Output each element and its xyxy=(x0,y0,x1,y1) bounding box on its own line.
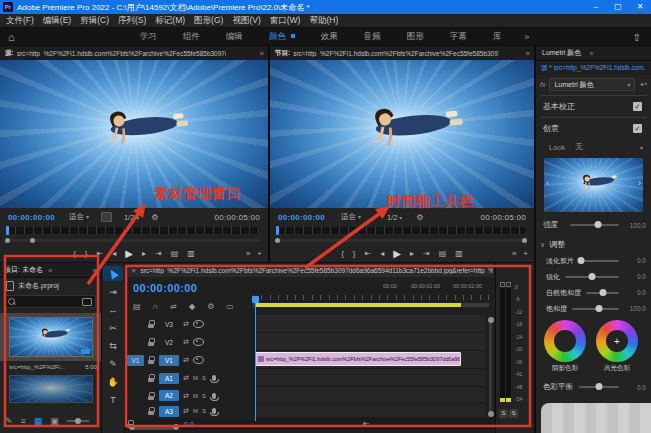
lumetri-panel-tab[interactable]: Lumetri 颜色 xyxy=(542,48,581,58)
drag-video-icon[interactable] xyxy=(101,212,112,222)
nest-sequence-icon[interactable]: ▤ xyxy=(133,302,141,311)
more-buttons-icon[interactable]: » xyxy=(246,249,250,259)
menu-item[interactable]: 序列(S) xyxy=(118,15,146,27)
edit-pen-icon[interactable]: ✎ xyxy=(5,416,13,426)
work-area-bar[interactable] xyxy=(255,303,461,307)
program-scrub-bar[interactable] xyxy=(276,227,526,234)
panel-menu-icon[interactable]: » xyxy=(526,49,530,58)
source-zoom-scrollbar[interactable] xyxy=(6,239,260,242)
project-panel-tab[interactable]: 项目: 未命名 xyxy=(4,265,43,275)
track-target-a3[interactable]: A3 xyxy=(159,406,179,417)
toggle-track-output-icon[interactable] xyxy=(193,356,204,364)
step-forward-icon[interactable]: ▸ xyxy=(142,249,146,259)
fit-dropdown[interactable]: 适合▾ xyxy=(69,212,89,222)
adjust-section[interactable]: ∨ 调整 xyxy=(536,238,651,251)
menu-item[interactable]: 窗口(W) xyxy=(270,15,301,27)
workspace-tab[interactable]: 字幕 xyxy=(450,31,467,43)
track-target-a1[interactable]: A1 xyxy=(159,373,179,384)
fit-dropdown[interactable]: 适合▾ xyxy=(341,212,361,222)
go-to-in-icon[interactable]: ⇤ xyxy=(97,249,104,259)
sync-lock-icon[interactable]: ⇄ xyxy=(183,392,189,400)
play-icon[interactable]: ▶ xyxy=(393,249,401,259)
track-target-v2[interactable]: V2 xyxy=(159,337,179,348)
source-video-viewport[interactable] xyxy=(0,60,268,208)
voiceover-mic-icon[interactable] xyxy=(212,408,216,414)
tint-balance-slider[interactable] xyxy=(579,386,619,388)
workspace-tab[interactable]: 颜色 xyxy=(269,31,295,43)
clip-thumbnail[interactable] xyxy=(9,317,93,357)
sync-lock-icon[interactable]: ⇄ xyxy=(183,374,189,382)
source-scrub-bar[interactable] xyxy=(6,227,260,234)
intensity-slider[interactable] xyxy=(570,224,619,226)
hand-tool[interactable]: ✋ xyxy=(103,374,123,389)
program-playhead[interactable] xyxy=(276,226,279,235)
timeline-vscrollbar[interactable] xyxy=(489,317,492,417)
workspace-tab[interactable]: 图形 xyxy=(407,31,424,43)
lock-icon[interactable] xyxy=(148,356,155,364)
program-zoom-scrollbar[interactable] xyxy=(276,239,526,242)
folder-icon[interactable] xyxy=(82,298,92,306)
insert-icon[interactable]: ▤ xyxy=(171,249,179,259)
step-back-icon[interactable]: ◂ xyxy=(380,249,384,259)
menu-item[interactable]: 视图(V) xyxy=(232,15,260,27)
track-target-a2[interactable]: A2 xyxy=(159,390,179,401)
sync-lock-icon[interactable]: ⇄ xyxy=(183,320,189,328)
effect-dropdown[interactable]: Lumetri 颜色▾ xyxy=(549,78,635,91)
menu-item[interactable]: 图形(G) xyxy=(194,15,223,27)
timeline-hscrollbar[interactable] xyxy=(129,425,485,430)
button-editor-icon[interactable]: + xyxy=(523,249,528,259)
mute-button[interactable]: M xyxy=(193,408,198,414)
menu-item[interactable]: 编辑(E) xyxy=(43,15,71,27)
creative-section[interactable]: 创意 ✓ xyxy=(536,120,651,136)
timeline-playhead-line[interactable] xyxy=(255,303,256,421)
go-to-in-icon[interactable]: ⇤ xyxy=(365,249,372,259)
play-icon[interactable]: ▶ xyxy=(125,249,133,259)
timeline-timecode[interactable]: 00:00:00:00 xyxy=(133,282,197,294)
highlight-tint-wheel[interactable]: + xyxy=(596,320,638,362)
selected-clip-card[interactable] xyxy=(0,313,101,361)
thumbnail-zoom-slider[interactable] xyxy=(67,420,89,422)
freeform-view-icon[interactable]: ▣ xyxy=(50,416,59,426)
clip-thumbnail-partial[interactable] xyxy=(9,375,93,403)
overwrite-icon[interactable]: ▥ xyxy=(187,249,195,259)
checkbox-checked-icon[interactable]: ✓ xyxy=(633,102,642,111)
sync-lock-icon[interactable]: ⇄ xyxy=(183,356,189,364)
source-playhead[interactable] xyxy=(6,226,9,235)
toggle-track-output-icon[interactable] xyxy=(193,320,204,328)
track-select-forward-tool[interactable]: ⇥ xyxy=(103,284,123,299)
workspace-tab[interactable]: 学习 xyxy=(140,31,157,43)
more-buttons-icon[interactable]: » xyxy=(512,249,516,259)
close-sequence-icon[interactable]: ✕ xyxy=(131,267,136,275)
panel-menu-icon[interactable]: ≡ xyxy=(589,50,593,57)
extract-icon[interactable]: ▥ xyxy=(455,249,463,259)
sync-lock-icon[interactable]: ⇄ xyxy=(183,407,189,415)
timeline-playhead-head[interactable] xyxy=(252,296,259,303)
list-view-icon[interactable]: ≡ xyxy=(21,416,26,426)
voiceover-mic-icon[interactable] xyxy=(212,375,216,381)
next-look-icon[interactable]: › xyxy=(638,178,641,188)
workspace-tab[interactable]: 编辑 xyxy=(226,31,243,43)
saturation-slider[interactable] xyxy=(572,308,619,310)
project-search-input[interactable] xyxy=(4,295,96,308)
toggle-track-output-icon[interactable] xyxy=(193,338,204,346)
solo-right-button[interactable]: S xyxy=(509,409,518,418)
solo-button[interactable]: S xyxy=(202,393,206,399)
look-preview-thumbnail[interactable]: ‹ › xyxy=(544,158,643,212)
menu-item[interactable]: 帮助(H) xyxy=(309,15,338,27)
mark-out-icon[interactable]: } xyxy=(353,249,356,259)
quick-export-icon[interactable]: ⇧ xyxy=(633,32,641,43)
v3-lane[interactable] xyxy=(255,315,485,333)
a1-lane[interactable] xyxy=(255,369,485,387)
lift-icon[interactable]: ▤ xyxy=(439,249,447,259)
menu-item[interactable]: 文件(F) xyxy=(6,15,34,27)
mark-in-icon[interactable]: { xyxy=(341,249,344,259)
time-ruler[interactable]: 00:0000:00:01:0000:00:02:0000:00:03:0000… xyxy=(253,280,489,300)
a3-lane[interactable] xyxy=(255,404,485,418)
lock-icon[interactable] xyxy=(148,338,155,346)
program-video-viewport[interactable] xyxy=(270,60,534,208)
workspace-overflow-icon[interactable]: » xyxy=(524,32,529,42)
shadow-tint-wheel[interactable] xyxy=(544,320,586,362)
program-monitor-tab[interactable]: 节目: src=http_%2F%2Fi1.hdslb.com%2Fbfs%2F… xyxy=(270,46,534,61)
resolution-dropdown[interactable]: 1/2▾ xyxy=(124,213,139,222)
lumetri-source-link[interactable]: 源 * src=http_%2F%2Fi1.hdslb.com... xyxy=(541,64,645,73)
